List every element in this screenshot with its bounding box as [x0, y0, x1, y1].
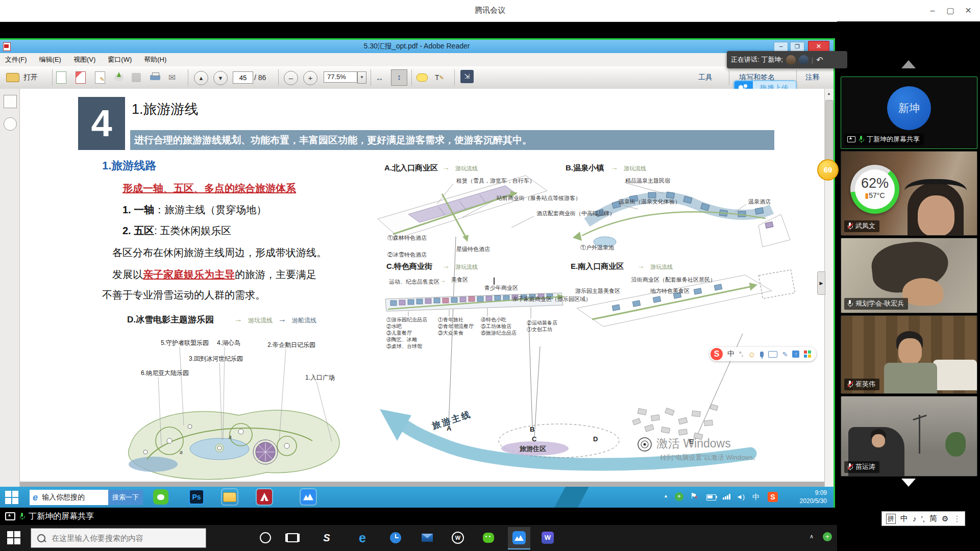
mail-app-icon[interactable]: [420, 530, 435, 545]
create-pdf-button[interactable]: [56, 71, 66, 84]
minimize-button[interactable]: –: [925, 4, 940, 17]
sogou-tray-icon[interactable]: S: [768, 492, 778, 502]
meeting-app-icon[interactable]: [301, 489, 316, 505]
photoshop-icon[interactable]: Ps: [189, 489, 204, 505]
shop-list-1: ①游乐园纪念品店②水吧③儿童餐厅④陶艺、冰雕⑤桌球、台球馆: [386, 316, 427, 349]
participant-tile[interactable]: 崔英伟: [841, 315, 977, 394]
participant-tile[interactable]: 规划学会-耿宏兵: [841, 238, 977, 313]
ime-mode-indicator[interactable]: 中: [752, 493, 760, 502]
text-cursor: [494, 278, 495, 285]
cloud-upload-button[interactable]: [114, 71, 124, 84]
shared-search-button[interactable]: 搜索一下: [108, 490, 143, 505]
tab-tools[interactable]: 工具: [698, 73, 713, 82]
previous-page-button[interactable]: ▲: [194, 71, 208, 85]
menu-view[interactable]: 视图(V): [74, 55, 95, 64]
sogou-icon[interactable]: S: [319, 530, 334, 545]
ime-cn-icon[interactable]: 中: [727, 349, 734, 359]
ime-punct-icon[interactable]: ’,: [921, 514, 925, 523]
antivirus-tray-icon[interactable]: +: [823, 532, 832, 541]
keyboard-icon[interactable]: [768, 351, 777, 358]
toolbox-grid-icon[interactable]: [804, 350, 811, 358]
upload-arrow-icon[interactable]: ↑: [792, 350, 799, 358]
zoom-in-button[interactable]: +: [303, 71, 317, 85]
cortana-icon[interactable]: [258, 530, 273, 545]
sogou-toolbar[interactable]: S 中 °, ☺ ✎ ↑: [709, 347, 816, 361]
scroll-down-participants-icon[interactable]: [901, 479, 916, 487]
action-center-flag-icon[interactable]: ⚑✕: [690, 491, 697, 500]
section-d-title: D.冰雪电影主题游乐园: [127, 314, 214, 325]
w-app-icon[interactable]: W: [450, 530, 465, 545]
menu-file[interactable]: 文件(F): [5, 55, 27, 64]
adobe-restore-button[interactable]: ❐: [790, 42, 804, 52]
punctuation-icon[interactable]: °,: [739, 350, 743, 358]
adobe-reader-icon[interactable]: [257, 489, 272, 505]
battery-icon[interactable]: [706, 494, 716, 500]
panel-toggle-arrow[interactable]: ▶: [817, 271, 825, 295]
scroll-up-participants-icon[interactable]: [901, 60, 916, 68]
save-button[interactable]: [132, 71, 141, 84]
ime-status-bar[interactable]: 拼 中 ♪ ’, 简 ⚙ ⋮: [881, 511, 965, 526]
print-button[interactable]: [150, 71, 160, 84]
page-number-input[interactable]: [233, 71, 253, 84]
shared-search-box[interactable]: e: [30, 490, 113, 505]
ime-more-icon[interactable]: ⋮: [953, 514, 961, 523]
emoji-icon[interactable]: ☺: [748, 350, 755, 359]
sign-pdf-button[interactable]: ✎: [95, 71, 105, 84]
menu-window[interactable]: 窗口(W): [108, 55, 132, 64]
next-page-button[interactable]: ▼: [213, 71, 228, 85]
sogou-logo-icon[interactable]: S: [710, 348, 723, 360]
volume-icon[interactable]: ◄): [736, 493, 745, 500]
maximize-button[interactable]: ▢: [943, 4, 958, 17]
email-button[interactable]: ✉: [168, 71, 176, 84]
taskbar-search-input[interactable]: [51, 533, 195, 543]
clock-app-icon[interactable]: [388, 530, 403, 545]
scrollbar-thumb[interactable]: [825, 100, 834, 162]
shared-clock[interactable]: 9:092020/5/30: [786, 489, 827, 505]
undo-arrow-icon[interactable]: ↶: [816, 55, 823, 65]
zoom-out-button[interactable]: –: [284, 71, 298, 85]
shared-start-button[interactable]: [5, 491, 18, 504]
zoom-dropdown-arrow[interactable]: ▼: [357, 71, 366, 84]
adobe-minimize-button[interactable]: –: [774, 42, 788, 52]
ime-simplified-icon[interactable]: 简: [929, 514, 937, 523]
open-button[interactable]: 打开: [6, 71, 38, 84]
task-view-icon[interactable]: [285, 530, 300, 545]
comment-bubble-button[interactable]: [416, 71, 428, 84]
zoom-level-value[interactable]: 77.5%: [324, 71, 357, 83]
ime-pin-icon[interactable]: 拼: [886, 514, 896, 524]
tray-expand-icon[interactable]: ▲: [664, 493, 668, 498]
participant-tile[interactable]: 62% ▮57°C 武凤文: [841, 151, 977, 236]
edge-icon[interactable]: e: [355, 530, 370, 545]
file-explorer-icon[interactable]: [222, 489, 237, 505]
antivirus-tray-icon[interactable]: +: [675, 492, 683, 501]
ime-settings-icon[interactable]: ⚙: [942, 514, 948, 523]
menu-help[interactable]: 帮助(H): [144, 55, 166, 64]
close-button[interactable]: ✕: [961, 4, 976, 17]
ime-cn-icon[interactable]: 中: [900, 514, 908, 523]
tab-comment[interactable]: 注释: [805, 73, 820, 82]
voice-input-icon[interactable]: [760, 352, 764, 357]
tray-expand-icon[interactable]: ∧: [810, 533, 814, 540]
menu-edit[interactable]: 编辑(E): [39, 55, 61, 64]
fit-page-button[interactable]: ↕: [391, 69, 407, 86]
meeting-taskbar-icon[interactable]: [508, 527, 530, 549]
start-button[interactable]: [7, 531, 20, 544]
fullscreen-button[interactable]: ⇲: [460, 70, 474, 83]
text-annotation-button[interactable]: T✎: [435, 71, 444, 84]
participant-tile[interactable]: 苗运涛: [841, 396, 977, 477]
accelerator-ball[interactable]: 69: [817, 159, 839, 181]
wechat-icon[interactable]: [153, 489, 168, 505]
diagram-label: 租赁（雪具，游览车，自行车）: [456, 177, 535, 185]
ime-tone-icon[interactable]: ♪: [913, 514, 917, 523]
zone-label: 美食区: [451, 276, 468, 284]
participant-tile[interactable]: 新坤 丁新坤的屏幕共享: [841, 77, 977, 149]
shared-search-input[interactable]: [41, 493, 99, 502]
export-pdf-button[interactable]: [76, 71, 86, 84]
word-icon[interactable]: W: [540, 530, 555, 545]
scroll-up-icon[interactable]: ▲: [825, 90, 833, 98]
wechat-taskbar-icon[interactable]: [481, 530, 496, 545]
taskbar-search-box[interactable]: [31, 528, 206, 548]
skin-brush-icon[interactable]: ✎: [782, 350, 788, 358]
fit-width-button[interactable]: ↔: [376, 71, 383, 84]
network-signal-icon[interactable]: [723, 494, 730, 499]
